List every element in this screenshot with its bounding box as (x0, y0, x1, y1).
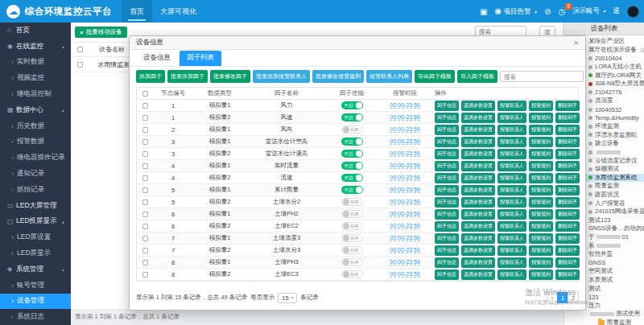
alarm-rule-button[interactable]: 报警规则 (529, 113, 553, 123)
sidebar-item-led-screen-settings[interactable]: ›LED屏设置 (0, 229, 71, 245)
enable-toggle[interactable]: 关闭 (341, 125, 363, 134)
alarm-period-link[interactable]: 00:00-23:59 (390, 223, 419, 229)
factor-info-button[interactable]: 因子信息 (435, 197, 459, 208)
remote-param-settings-button[interactable]: 遥调参数设置 (461, 221, 495, 232)
delete-factor-button[interactable]: 删除因子 (555, 257, 580, 268)
sidebar-item-led-cast-display[interactable]: ▢LED投屏显示▴ (0, 214, 71, 230)
remote-param-settings-button[interactable]: 遥调参数设置 (461, 245, 495, 256)
factor-info-button[interactable]: 因子信息 (435, 245, 459, 256)
alarm-contact-button[interactable]: 报警联系人 (497, 185, 526, 195)
delete-factor-button[interactable]: 删除因子 (555, 101, 580, 111)
factor-info-button[interactable]: 因子信息 (435, 185, 459, 195)
row-checkbox[interactable] (142, 163, 148, 169)
enable-toggle[interactable]: 关闭 (341, 270, 363, 278)
remote-param-settings-button[interactable]: 遥调参数设置 (461, 209, 495, 220)
row-checkbox[interactable] (142, 272, 148, 278)
enable-toggle[interactable]: 关闭 (341, 234, 363, 242)
factor-info-button[interactable]: 因子信息 (435, 221, 459, 232)
pager-page-1[interactable]: 1 (557, 292, 568, 303)
alarm-contact-button[interactable]: 报警联系人 (497, 233, 526, 244)
row-checkbox[interactable] (142, 236, 148, 241)
alarm-contact-button[interactable]: 报警联系人 (497, 137, 526, 147)
enable-toggle[interactable]: 关闭 (341, 222, 363, 230)
batch-move-device-button[interactable]: × 批量移动设备 (75, 27, 127, 38)
alarm-period-link[interactable]: 00:00-23:59 (390, 138, 419, 145)
alarm-rule-button[interactable]: 报警规则 (529, 257, 553, 268)
delete-factor-button[interactable]: 删除因子 (555, 161, 580, 171)
enable-toggle[interactable]: 开启 (341, 150, 363, 158)
alarm-rule-button[interactable]: 报警规则 (529, 161, 553, 171)
remote-param-settings-button[interactable]: 遥调参数设置 (461, 101, 495, 111)
select-all-checkbox[interactable] (142, 91, 148, 97)
alarm-contact-button[interactable]: 报警联系人 (497, 221, 526, 232)
alarm-rule-button[interactable]: 报警规则 (529, 185, 553, 195)
alarm-rule-button[interactable]: 报警规则 (529, 221, 553, 232)
remote-param-settings-button[interactable]: 遥调参数设置 (461, 149, 495, 159)
alarm-contact-button[interactable]: 报警联系人 (497, 197, 526, 208)
factor-info-button[interactable]: 因子信息 (435, 161, 459, 171)
row-checkbox[interactable] (77, 62, 83, 68)
remote-param-settings-button[interactable]: 遥调参数设置 (461, 257, 495, 268)
export-factor-template-button[interactable]: 导出因子模板 (415, 70, 455, 83)
delete-factor-button[interactable]: 删除因子 (555, 233, 580, 244)
alarm-contact-button[interactable]: 报警联系人 (497, 101, 526, 111)
alarm-contact-button[interactable]: 报警联系人 (497, 113, 526, 123)
row-checkbox[interactable] (142, 200, 148, 205)
remote-param-settings-button[interactable]: 遥调参数设置 (461, 125, 495, 135)
alarm-period-link[interactable]: 00:00-23:59 (390, 211, 419, 217)
page-size-select[interactable]: 15 ▾ (278, 293, 297, 303)
sidebar-item-data-center[interactable]: ▦数据中心▴ (0, 102, 71, 118)
user-avatar[interactable] (627, 6, 639, 18)
import-factor-template-button[interactable]: 导入因子模板 (457, 70, 497, 83)
top-nav-home[interactable]: 首页 (122, 0, 152, 23)
pager-prev[interactable]: ‹ (547, 292, 558, 303)
delete-factor-button[interactable]: 删除因子 (555, 149, 580, 159)
row-checkbox[interactable] (142, 175, 148, 181)
enable-toggle[interactable]: 关闭 (341, 210, 363, 218)
device-tree-item[interactable]: 雨量监测 (564, 319, 644, 325)
delete-factor-button[interactable]: 删除因子 (555, 137, 580, 147)
factor-info-button[interactable]: 因子信息 (435, 173, 459, 183)
remote-param-settings-button[interactable]: 遥调参数设置 (461, 161, 495, 171)
row-checkbox[interactable] (142, 151, 148, 157)
factor-info-button[interactable]: 因子信息 (435, 233, 459, 244)
remote-param-settings-button[interactable]: 遥调参数设置 (461, 197, 495, 208)
row-checkbox[interactable] (142, 212, 148, 217)
enable-toggle[interactable]: 开启 (341, 138, 363, 146)
delete-factor-button[interactable]: 删除因子 (555, 125, 580, 135)
sidebar-item-account-mgmt[interactable]: ›账号管理 (0, 278, 71, 294)
factor-info-button[interactable]: 因子信息 (435, 113, 459, 123)
alarm-period-link[interactable]: 00:00-23:59 (390, 235, 419, 241)
factor-info-button[interactable]: 因子信息 (435, 101, 459, 111)
alarm-contact-button[interactable]: 报警联系人 (497, 209, 526, 220)
alarm-contact-list-button[interactable]: 报警联系人列表 (366, 70, 412, 83)
factor-info-button[interactable]: 因子信息 (435, 269, 459, 280)
alarm-rule-button[interactable]: 报警规则 (529, 233, 553, 244)
add-factor-button[interactable]: 添加因子 (136, 70, 165, 83)
remote-param-settings-button[interactable]: 遥调参数设置 (461, 173, 495, 183)
alarm-rule-button[interactable]: 报警规则 (529, 209, 553, 220)
factor-info-button[interactable]: 因子信息 (435, 209, 459, 220)
alarm-period-link[interactable]: 00:00-23:59 (390, 271, 419, 278)
remote-param-settings-button[interactable]: 遥调参数设置 (461, 113, 495, 123)
alarm-contact-button[interactable]: 报警联系人 (497, 245, 526, 256)
alarm-period-link[interactable]: 00:00-23:59 (390, 199, 419, 205)
enable-toggle[interactable]: 开启 (341, 101, 363, 109)
alarm-period-link[interactable]: 00:00-23:59 (390, 187, 419, 193)
alarm-contact-button[interactable]: 报警联系人 (497, 149, 526, 159)
factor-info-button[interactable]: 因子信息 (435, 125, 459, 135)
enable-toggle[interactable]: 关闭 (341, 198, 363, 206)
batch-edit-alarm-rule-button[interactable]: 批量修改报警规则 (312, 70, 364, 83)
enable-toggle[interactable]: 开启 (341, 162, 363, 170)
alarm-period-link[interactable]: 00:00-23:59 (390, 114, 419, 121)
delete-factor-button[interactable]: 删除因子 (555, 185, 580, 195)
sidebar-item-realtime-data[interactable]: ›实时数据 (0, 55, 71, 71)
enable-toggle[interactable]: 关闭 (341, 246, 363, 254)
alarm-rule-button[interactable]: 报警规则 (529, 137, 553, 147)
alarm-period-link[interactable]: 00:00-23:59 (390, 126, 419, 133)
row-checkbox[interactable] (142, 260, 148, 265)
sidebar-item-alarm-data[interactable]: ›报警数据 (0, 134, 71, 150)
delete-factor-button[interactable]: 删除因子 (555, 221, 580, 232)
sidebar-item-led-screen-display[interactable]: ›LED屏显示 (0, 245, 71, 261)
sidebar-item-online-monitor[interactable]: ◉在线监控▴ (0, 39, 71, 55)
